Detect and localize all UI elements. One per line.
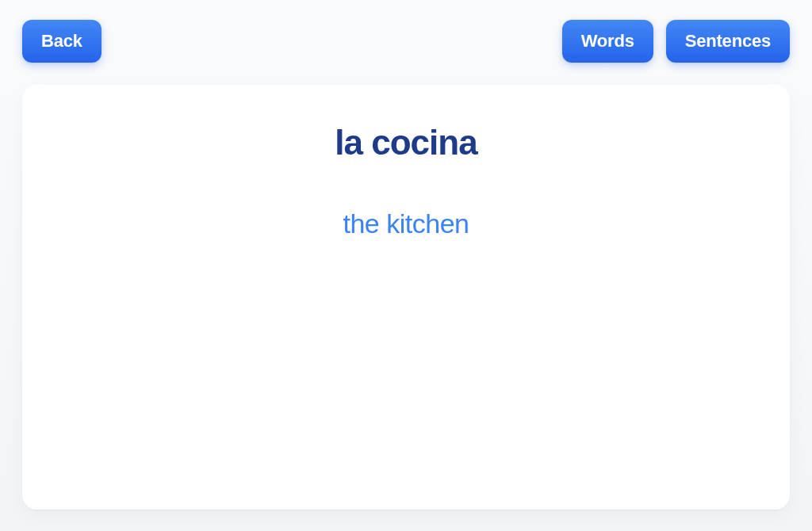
flashcard-translation: the kitchen <box>54 208 758 239</box>
back-button[interactable]: Back <box>22 20 102 63</box>
flashcard-word: la cocina <box>54 123 758 162</box>
header-right: Words Sentences <box>562 20 790 63</box>
header-left: Back <box>22 20 102 63</box>
sentences-button[interactable]: Sentences <box>666 20 790 63</box>
flashcard[interactable]: la cocina the kitchen <box>22 85 790 510</box>
words-button[interactable]: Words <box>562 20 653 63</box>
header: Back Words Sentences <box>0 0 812 63</box>
